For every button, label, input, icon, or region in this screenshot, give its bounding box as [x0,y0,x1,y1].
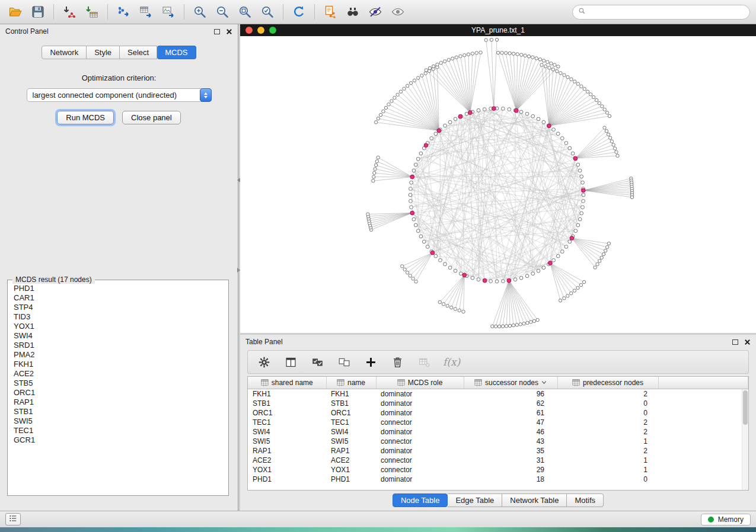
float-panel-icon[interactable] [214,29,220,34]
add-column-button[interactable] [363,354,378,370]
cell-shared-name[interactable]: TEC1 [248,418,326,427]
table-row[interactable]: SWI5SWI5connector431 [248,437,748,446]
cell-predecessor-nodes[interactable]: 2 [557,389,658,399]
save-session-button[interactable] [28,2,47,21]
mcds-result-item[interactable]: ORC1 [14,388,222,398]
run-mcds-button[interactable]: Run MCDS [57,111,114,124]
search-box[interactable] [572,5,750,20]
close-table-panel-icon[interactable] [744,339,751,345]
table-row[interactable]: SWI4SWI4dominator462 [248,427,748,437]
network-canvas[interactable] [240,36,756,333]
table-row[interactable]: YOX1YOX1connector291 [248,465,748,475]
table-row[interactable]: PHD1PHD1dominator180 [248,475,748,484]
cell-shared-name[interactable]: ACE2 [248,456,326,465]
cell-predecessor-nodes[interactable]: 2 [557,418,658,427]
cell-name[interactable]: ORC1 [326,408,376,418]
cell-name[interactable]: RAP1 [326,446,376,456]
cell-shared-name[interactable]: SWI4 [248,427,326,437]
import-network-button[interactable] [60,2,79,21]
status-menu-button[interactable] [5,513,21,525]
cell-successor-nodes[interactable]: 31 [464,456,557,465]
tab-select[interactable]: Select [120,46,157,59]
table-row[interactable]: RAP1RAP1dominator352 [248,446,748,456]
cell-predecessor-nodes[interactable]: 1 [557,437,658,446]
cell-mcds-role[interactable]: connector [376,456,464,465]
open-session-button[interactable] [6,2,25,21]
cell-shared-name[interactable]: ORC1 [248,408,326,418]
tab-network[interactable]: Network [42,46,87,59]
cell-shared-name[interactable]: PHD1 [248,475,326,484]
network-window-titlebar[interactable]: YPA_prune.txt_1 [240,24,756,36]
column-header-name[interactable]: name [326,377,376,389]
table-settings-button[interactable] [256,354,272,370]
zoom-in-button[interactable] [190,2,209,21]
cell-predecessor-nodes[interactable]: 0 [557,475,658,484]
column-header-MCDS-role[interactable]: MCDS role [376,377,464,389]
cell-successor-nodes[interactable]: 43 [464,437,557,446]
cell-name[interactable]: TEC1 [326,418,376,427]
cell-shared-name[interactable]: FKH1 [248,389,326,399]
cell-successor-nodes[interactable]: 62 [464,399,557,408]
cell-mcds-role[interactable]: connector [376,437,464,446]
mcds-result-item[interactable]: STB5 [14,379,222,388]
export-network-button[interactable] [114,2,133,21]
delete-column-button[interactable] [390,354,405,370]
cell-name[interactable]: SWI4 [326,427,376,437]
cell-predecessor-nodes[interactable]: 0 [557,408,658,418]
cell-name[interactable]: ACE2 [326,456,376,465]
table-tab-network-table[interactable]: Network Table [502,493,567,507]
search-input[interactable] [589,8,744,16]
table-row[interactable]: TEC1TEC1connector472 [248,418,748,427]
cell-shared-name[interactable]: YOX1 [248,465,326,475]
import-table-button[interactable] [82,2,101,21]
mcds-result-item[interactable]: FKH1 [14,360,222,369]
export-image-button[interactable] [159,2,178,21]
clear-table-button[interactable] [416,354,432,370]
cell-successor-nodes[interactable]: 47 [464,418,557,427]
cell-predecessor-nodes[interactable]: 1 [557,465,658,475]
cell-name[interactable]: SWI5 [326,437,376,446]
float-table-panel-icon[interactable] [732,339,738,345]
zoom-fit-button[interactable] [235,2,254,21]
hide-selected-button[interactable] [366,2,385,21]
table-tab-node-table[interactable]: Node Table [393,493,448,507]
table-tab-motifs[interactable]: Motifs [567,493,604,507]
cell-shared-name[interactable]: SWI5 [248,437,326,446]
mcds-result-item[interactable]: ACE2 [14,369,222,379]
mcds-result-item[interactable]: SWI5 [14,416,222,426]
duplicate-network-button[interactable] [321,2,340,21]
mcds-result-item[interactable]: STB1 [14,407,222,416]
cell-mcds-role[interactable]: dominator [376,399,464,408]
zoom-window-icon[interactable] [269,27,276,34]
mcds-result-item[interactable]: SRD1 [14,341,222,350]
cell-successor-nodes[interactable]: 35 [464,446,557,456]
cell-mcds-role[interactable]: connector [376,465,464,475]
mcds-result-item[interactable]: CAR1 [14,293,222,303]
first-neighbors-button[interactable] [343,2,362,21]
cell-shared-name[interactable]: STB1 [248,399,326,408]
cell-successor-nodes[interactable]: 18 [464,475,557,484]
cell-successor-nodes[interactable]: 61 [464,408,557,418]
mcds-result-item[interactable]: PMA2 [14,350,222,360]
cell-shared-name[interactable]: RAP1 [248,446,326,456]
table-tab-edge-table[interactable]: Edge Table [448,493,502,507]
cell-predecessor-nodes[interactable]: 0 [557,399,658,408]
cell-mcds-role[interactable]: dominator [376,408,464,418]
tab-mcds[interactable]: MCDS [157,46,196,59]
zoom-out-button[interactable] [213,2,232,21]
table-scrollbar[interactable] [742,389,748,490]
mcds-result-item[interactable]: STP4 [14,303,222,312]
select-all-button[interactable] [310,354,325,370]
show-columns-button[interactable] [283,354,298,370]
mcds-result-item[interactable]: TID3 [14,312,222,322]
cell-successor-nodes[interactable]: 46 [464,427,557,437]
function-builder-button[interactable]: f(x) [443,356,460,368]
table-row[interactable]: STB1STB1dominator620 [248,399,748,408]
deselect-all-button[interactable] [336,354,352,370]
refresh-network-button[interactable] [289,2,308,21]
mcds-result-item[interactable]: SWI4 [14,331,222,341]
mcds-result-item[interactable]: GCR1 [14,435,222,445]
table-row[interactable]: ACE2ACE2connector311 [248,456,748,465]
cell-name[interactable]: STB1 [326,399,376,408]
zoom-selected-button[interactable] [258,2,277,21]
